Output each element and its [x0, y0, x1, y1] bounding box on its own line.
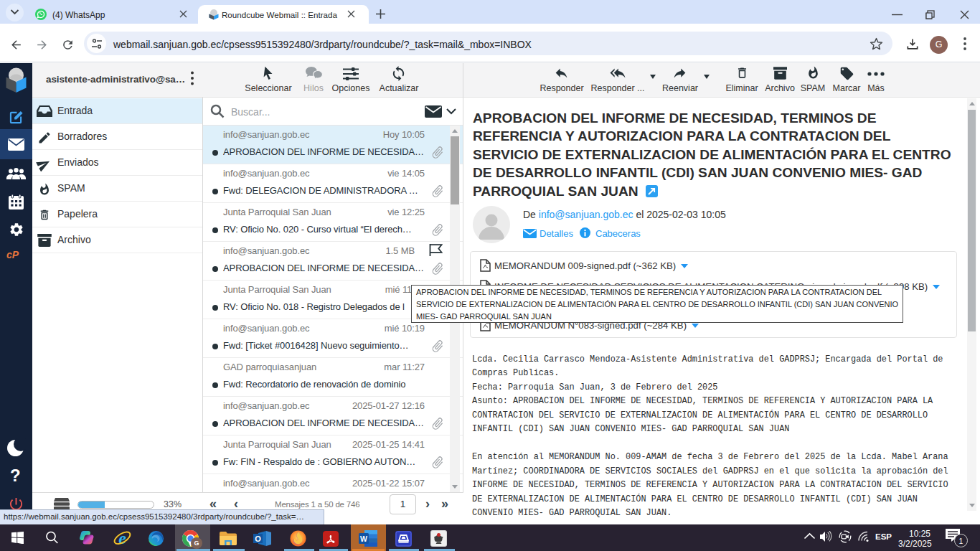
svg-text:O: O: [255, 534, 261, 543]
svg-text:W: W: [360, 534, 367, 543]
